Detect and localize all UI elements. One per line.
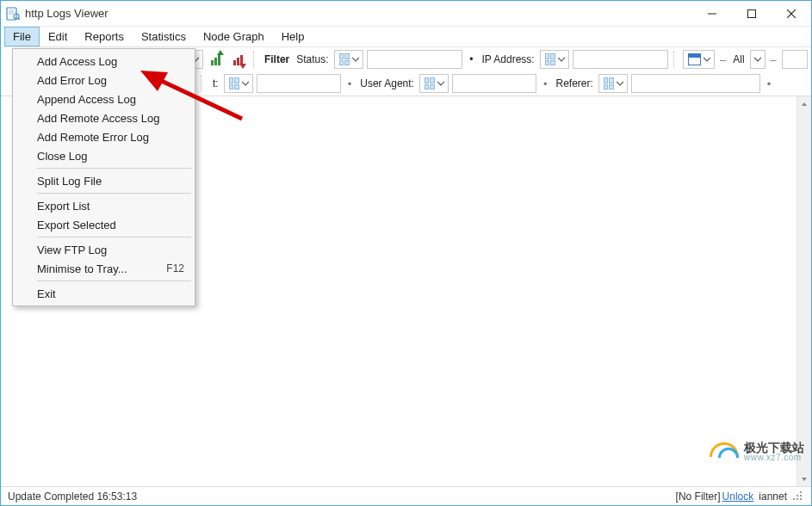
status-unlock-link[interactable]: Unlock — [721, 491, 756, 503]
trailing-input-1[interactable] — [782, 50, 808, 69]
menu-add-remote-access-log[interactable]: Add Remote Access Log — [15, 108, 193, 127]
titlebar: http Logs Viewer — [1, 1, 811, 27]
useragent-label: User Agent: — [358, 77, 416, 89]
menu-add-remote-error-log[interactable]: Add Remote Error Log — [15, 127, 193, 146]
file-dropdown: Add Access Log Add Error Log Append Acce… — [12, 48, 195, 306]
svg-line-2 — [18, 18, 20, 20]
useragent-combo[interactable] — [419, 74, 449, 93]
menu-add-error-log[interactable]: Add Error Log — [15, 71, 193, 89]
resize-grip-icon[interactable] — [792, 491, 804, 503]
scroll-down-button[interactable] — [797, 472, 812, 486]
menu-edit[interactable]: Edit — [40, 27, 76, 46]
menu-export-selected[interactable]: Export Selected — [15, 215, 193, 234]
menu-close-log[interactable]: Close Log — [15, 146, 193, 165]
status-input[interactable] — [367, 50, 463, 69]
menu-exit[interactable]: Exit — [15, 284, 193, 303]
ip-grid-combo[interactable] — [540, 50, 569, 69]
trunc-combo[interactable] — [224, 74, 253, 93]
menu-statistics[interactable]: Statistics — [133, 27, 195, 46]
referer-input[interactable] — [631, 74, 760, 93]
scroll-up-button[interactable] — [797, 96, 812, 111]
maximize-button[interactable] — [732, 1, 772, 26]
trunc-input[interactable] — [257, 74, 341, 93]
window-controls — [692, 1, 811, 26]
menu-minimise-to-tray[interactable]: Minimise to Tray...F12 — [15, 259, 193, 278]
app-window: http Logs Viewer File Edit Reports Stati… — [0, 0, 812, 506]
sort-asc-button[interactable] — [207, 50, 226, 69]
status-author: iannet — [755, 491, 787, 503]
minimize-button[interactable] — [692, 1, 732, 26]
useragent-input[interactable] — [452, 74, 536, 93]
status-left: Update Completed 16:53:13 — [8, 491, 137, 503]
statusbar: Update Completed 16:53:13 [No Filter] Un… — [1, 486, 811, 505]
window-title: http Logs Viewer — [25, 7, 108, 20]
status-grid-combo[interactable] — [334, 50, 363, 69]
svg-rect-7 — [748, 9, 756, 17]
menu-reports[interactable]: Reports — [76, 27, 133, 46]
vertical-scrollbar[interactable] — [797, 96, 811, 486]
menu-add-access-log[interactable]: Add Access Log — [15, 52, 193, 71]
referer-combo[interactable] — [598, 74, 628, 93]
all-label: All — [731, 53, 746, 65]
sort-desc-button[interactable] — [229, 50, 248, 69]
menu-nodegraph[interactable]: Node Graph — [195, 27, 273, 46]
watermark: 极光下载站 www.xz7.com — [710, 441, 804, 462]
filter-label: Filter — [263, 53, 291, 65]
calendar-icon — [688, 53, 701, 65]
all-combo[interactable] — [750, 50, 766, 69]
app-icon — [6, 7, 20, 21]
menu-append-access-log[interactable]: Append Access Log — [15, 89, 193, 108]
referer-label: Referer: — [555, 77, 595, 89]
watermark-text-url: www.xz7.com — [744, 454, 804, 462]
status-label: Status: — [294, 53, 330, 65]
menu-split-log-file[interactable]: Split Log File — [15, 171, 193, 190]
watermark-text-cn: 极光下载站 — [744, 441, 804, 454]
menu-help[interactable]: Help — [273, 27, 313, 46]
date-combo[interactable] — [683, 50, 715, 69]
trunc-label: t: — [211, 77, 220, 89]
status-no-filter: [No Filter] — [676, 491, 721, 503]
menu-view-ftp-log[interactable]: View FTP Log — [15, 240, 193, 259]
ip-label: IP Address: — [480, 53, 536, 65]
menu-separator — [37, 168, 191, 169]
menu-export-list[interactable]: Export List — [15, 196, 193, 215]
close-button[interactable] — [772, 1, 811, 26]
menubar: File Edit Reports Statistics Node Graph … — [1, 27, 811, 47]
watermark-logo-icon — [710, 442, 739, 461]
ip-input[interactable] — [573, 50, 669, 69]
menu-file[interactable]: File — [4, 27, 40, 46]
